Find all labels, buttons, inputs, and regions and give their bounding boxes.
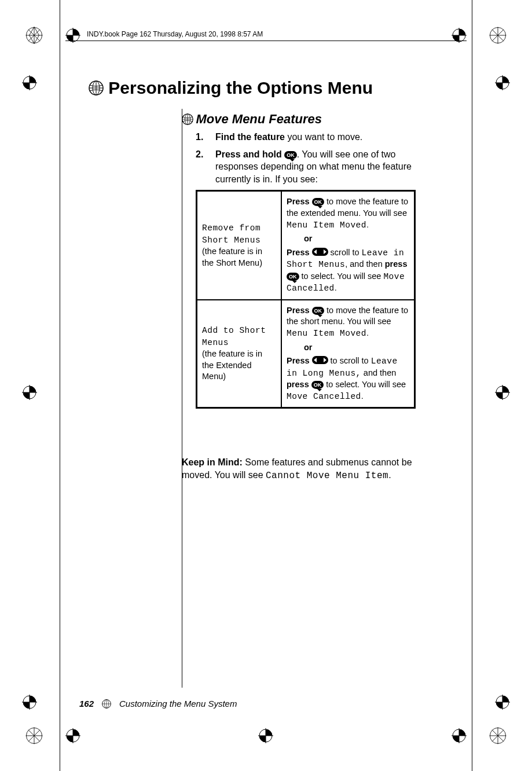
page-number: 162	[79, 699, 94, 708]
lcd-text: Add to Short Menus	[202, 326, 266, 347]
or-separator: or	[304, 342, 409, 354]
ok-button-icon: OK	[312, 198, 325, 206]
rosette-icon	[488, 726, 508, 746]
table-row: Add to Short Menus (the feature is in th…	[197, 300, 415, 408]
register-target-icon	[452, 728, 467, 743]
table-cell-right: Press OK to move the feature to the shor…	[281, 300, 415, 408]
register-target-icon	[22, 75, 37, 90]
table-row: Remove from Short Menus (the feature is …	[197, 191, 415, 300]
page: INDY.book Page 162 Thursday, August 20, …	[0, 0, 532, 771]
keep-text: .	[388, 470, 391, 480]
action-bold: press	[287, 380, 311, 389]
globe-icon	[102, 699, 111, 708]
register-target-icon	[495, 385, 510, 400]
step-bold: Press and hold	[215, 149, 284, 159]
register-target-icon	[258, 728, 273, 743]
action-text: scroll to	[328, 248, 362, 257]
keep-in-mind: Keep in Mind: Some features and submenus…	[182, 456, 436, 482]
crop-line-right	[472, 0, 472, 771]
action-bold: Press	[287, 197, 312, 206]
ok-button-icon: OK	[284, 151, 297, 159]
ok-button-icon: OK	[311, 381, 324, 389]
feature-table: Remove from Short Menus (the feature is …	[196, 190, 416, 409]
note-text: (the feature is in the Short Menu)	[202, 247, 262, 267]
rosette-icon	[24, 25, 44, 45]
globe-icon	[182, 113, 193, 125]
ok-button-icon: OK	[312, 307, 325, 315]
register-target-icon	[22, 385, 37, 400]
scroll-button-icon	[312, 356, 328, 364]
crop-line-left	[60, 0, 60, 771]
ok-button-icon: OK	[287, 273, 299, 281]
running-head: INDY.book Page 162 Thursday, August 20, …	[87, 30, 263, 38]
section-heading-text: Move Menu Features	[196, 112, 322, 127]
register-target-icon	[65, 728, 80, 743]
table-cell-left: Add to Short Menus (the feature is in th…	[197, 300, 282, 408]
body-content: 1. Find the feature you want to move. 2.…	[196, 131, 433, 414]
step-1: 1. Find the feature you want to move.	[196, 131, 433, 144]
keep-lead: Keep in Mind:	[182, 457, 243, 467]
action-text: .	[335, 283, 337, 292]
rosette-icon	[488, 25, 508, 45]
action-bold: Press	[287, 306, 312, 315]
note-text: (the feature is in the Extended Menu)	[202, 349, 262, 381]
table-cell-right: Press OK to move the feature to the exte…	[281, 191, 415, 300]
action-text: and then	[361, 368, 396, 377]
action-text: to scroll to	[328, 356, 371, 365]
header-rule	[65, 41, 467, 41]
lcd-text: Remove from Short Menus	[202, 223, 261, 245]
scroll-button-icon	[312, 248, 328, 256]
action-bold: Press	[287, 356, 312, 365]
step-number: 2.	[196, 148, 203, 161]
lcd-text: Menu Item Moved	[287, 329, 366, 338]
rosette-icon	[24, 726, 44, 746]
register-target-icon	[22, 695, 37, 710]
action-text: to select. You will see	[324, 380, 406, 389]
action-text: , and then	[345, 259, 385, 269]
chapter-title: Customizing the Menu System	[119, 699, 237, 708]
page-title-text: Personalizing the Options Menu	[108, 78, 373, 97]
action-text: .	[366, 220, 369, 229]
action-bold: Press	[287, 248, 312, 257]
lcd-text: Cannot Move Menu Item	[266, 471, 388, 481]
content-separator	[182, 109, 182, 688]
table-cell-left: Remove from Short Menus (the feature is …	[197, 191, 282, 300]
or-separator: or	[304, 233, 409, 245]
step-number: 1.	[196, 131, 203, 144]
action-text: .	[361, 391, 364, 401]
step-text: you want to move.	[285, 132, 362, 142]
globe-icon	[89, 80, 104, 96]
lcd-text: Menu Item Moved	[287, 221, 366, 230]
page-footer: 162 Customizing the Menu System	[79, 699, 237, 708]
register-target-icon	[495, 75, 510, 90]
step-bold: Find the feature	[215, 132, 285, 142]
step-2: 2. Press and hold OK. You will see one o…	[196, 148, 433, 186]
section-heading: Move Menu Features	[182, 112, 322, 127]
action-text: to select. You will see	[299, 271, 384, 281]
lcd-text: Move Cancelled	[287, 392, 361, 401]
register-target-icon	[495, 695, 510, 710]
action-text: .	[366, 328, 369, 337]
page-title: Personalizing the Options Menu	[89, 78, 373, 98]
action-bold: press	[385, 259, 408, 269]
